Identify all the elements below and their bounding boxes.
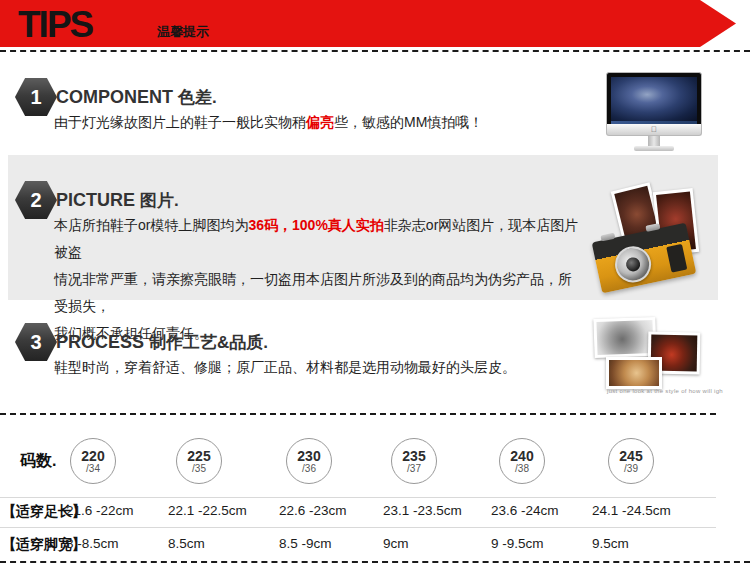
imac-base [634, 146, 674, 151]
size-circle-230: 230 /36 [286, 438, 332, 484]
imac-computer-image:  [606, 72, 702, 152]
dashed-divider-bottom [0, 561, 750, 563]
craftsmanship-photos-image: just one look at the style of how will i… [590, 314, 748, 396]
foot-width-value: 8 -8.5cm [66, 536, 119, 551]
tip1-body-pre: 由于灯光缘故图片上的鞋子一般比实物稍 [54, 114, 306, 130]
tip3-heading: PROCESS 制作工艺&品质. [56, 331, 268, 354]
camera-dial-left [600, 233, 615, 242]
size-mm: 235 [402, 449, 425, 463]
tip3-number: 3 [30, 331, 41, 354]
craft-photo-bw-hands-print [596, 320, 653, 355]
tip2-heading: PICTURE 图片. [56, 189, 179, 212]
tip1-heading: COMPONENT 色差. [56, 86, 217, 109]
foot-width-value: 8.5cm [168, 536, 205, 551]
dashed-divider-middle [0, 413, 716, 415]
foot-length-value: 22.6 -23cm [279, 503, 347, 518]
tips-page: TIPS 温馨提示 1 COMPONENT 色差. 由于灯光缘故图片上的鞋子一般… [0, 0, 750, 566]
tip2-line1-pre: 本店所拍鞋子or模特上脚图均为 [54, 217, 248, 233]
size-circle-240: 240 /38 [499, 438, 545, 484]
size-chart-label: 码数. [20, 451, 56, 472]
size-eu: /35 [192, 463, 206, 474]
size-eu: /36 [302, 463, 316, 474]
foot-length-value: 22.1 -22.5cm [168, 503, 247, 518]
tips-banner: TIPS 温馨提示 [0, 0, 750, 47]
foot-width-value: 9.5cm [592, 536, 629, 551]
size-eu: /38 [515, 463, 529, 474]
imac-chin:  [606, 124, 702, 136]
camera-body [592, 223, 697, 294]
size-eu: /34 [86, 463, 100, 474]
row-divider-2 [0, 527, 716, 528]
foot-length-value: 21.6 -22cm [66, 503, 134, 518]
tip3-heading-en: PROCESS [56, 332, 144, 352]
foot-length-value: 23.1 -23.5cm [383, 503, 462, 518]
foot-width-value: 9 -9.5cm [491, 536, 544, 551]
size-mm: 220 [81, 449, 104, 463]
size-circle-220: 220 /34 [70, 438, 116, 484]
foot-width-value: 8.5 -9cm [279, 536, 332, 551]
size-mm: 225 [187, 449, 210, 463]
size-eu: /39 [624, 463, 638, 474]
foot-length-value: 23.6 -24cm [491, 503, 559, 518]
craft-photo-leather-print [609, 360, 659, 386]
size-mm: 230 [297, 449, 320, 463]
camera-grip [666, 244, 687, 273]
vintage-camera-photos-image [594, 182, 744, 294]
tip2-heading-en: PICTURE [56, 190, 135, 210]
tip3-heading-zh: 制作工艺&品质. [149, 333, 268, 352]
camera-dial-right [645, 223, 660, 232]
tip1-number-badge: 1 [15, 78, 57, 116]
size-mm: 240 [510, 449, 533, 463]
tip1-body-post: 些，敏感的MM慎拍哦！ [334, 114, 483, 130]
banner-title: TIPS [18, 4, 92, 46]
tip1-body: 由于灯光缘故图片上的鞋子一般比实物稍偏亮些，敏感的MM慎拍哦！ [54, 109, 483, 136]
tip3-body: 鞋型时尚，穿着舒适、修腿；原厂正品、材料都是选用动物最好的头层皮。 [54, 354, 516, 381]
size-circle-225: 225 /35 [176, 438, 222, 484]
imac-screen [606, 72, 702, 132]
camera-lens [612, 243, 655, 286]
foot-length-value: 24.1 -24.5cm [592, 503, 671, 518]
tip2-line2: 情况非常严重，请亲擦亮眼睛，一切盗用本店图片所涉及到的商品均为伪劣产品，所受损失… [54, 271, 572, 314]
apple-logo-icon:  [651, 125, 657, 134]
tip1-body-highlight: 偏亮 [306, 114, 334, 130]
tip2-number: 2 [30, 189, 41, 212]
dashed-divider-top [0, 50, 750, 52]
size-mm: 245 [619, 449, 642, 463]
craft-photo-leather [606, 357, 662, 389]
size-circle-235: 235 /37 [391, 438, 437, 484]
tip3-number-badge: 3 [15, 323, 57, 361]
imac-wallpaper [611, 77, 697, 121]
tip1-number: 1 [30, 86, 41, 109]
size-eu: /37 [407, 463, 421, 474]
banner-subtitle: 温馨提示 [157, 23, 209, 41]
tip2-line1-highlight: 36码，100%真人实拍 [248, 217, 383, 233]
tip1-heading-en: COMPONENT [56, 87, 173, 107]
craft-caption: just one look at the style of how will i… [607, 388, 723, 394]
tip1-heading-zh: 色差. [178, 88, 217, 107]
row-divider-1 [0, 497, 716, 498]
tip2-body: 本店所拍鞋子or模特上脚图均为36码，100%真人实拍非杂志or网站图片，现本店… [54, 212, 584, 347]
foot-width-value: 9cm [383, 536, 409, 551]
tip2-heading-zh: 图片. [140, 191, 179, 210]
size-circle-245: 245 /39 [608, 438, 654, 484]
